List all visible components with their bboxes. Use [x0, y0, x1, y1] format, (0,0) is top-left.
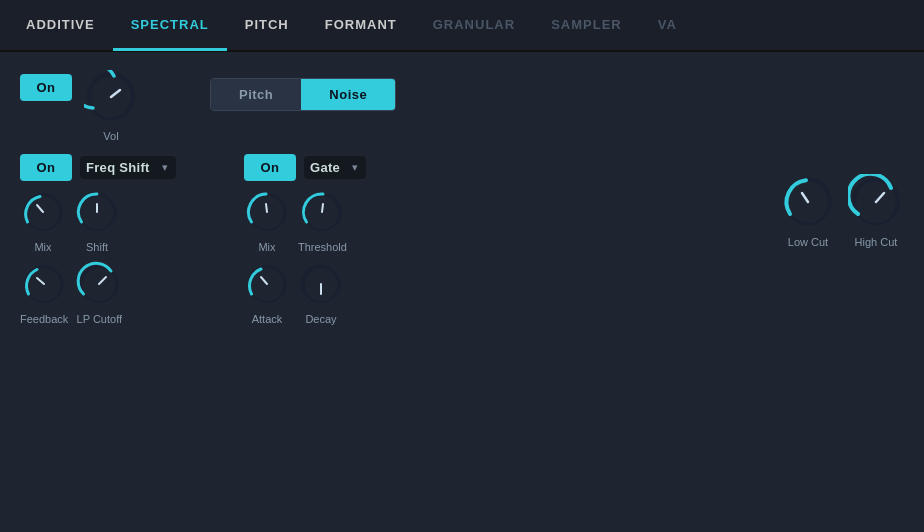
decay-knob[interactable] [298, 261, 344, 307]
mix2-knob-container: Mix [244, 189, 290, 253]
svg-line-10 [99, 277, 106, 284]
gate-section: On Gate ▾ Mix [244, 154, 464, 325]
high-cut-label: High Cut [855, 236, 898, 248]
threshold-label: Threshold [298, 241, 347, 253]
svg-line-8 [37, 278, 44, 284]
decay-label: Decay [305, 313, 336, 325]
on-button-main[interactable]: On [20, 74, 72, 101]
tab-granular[interactable]: GRANULAR [415, 1, 533, 51]
mix1-knob[interactable] [20, 189, 66, 235]
mix1-label: Mix [34, 241, 51, 253]
feedback-knob-container: Feedback [20, 261, 68, 325]
gate-knobs-row1: Mix Threshold [244, 189, 464, 253]
shift-knob[interactable] [74, 189, 120, 235]
feedback-knob[interactable] [21, 261, 67, 307]
vol-knob[interactable] [84, 70, 138, 124]
tab-additive[interactable]: ADDITIVE [8, 1, 113, 51]
gate-dropdown-group: Gate ▾ [304, 156, 366, 179]
low-cut-knob[interactable] [780, 174, 836, 230]
high-cut-knob[interactable] [848, 174, 904, 230]
tab-formant[interactable]: FORMANT [307, 1, 415, 51]
lp-cutoff-knob[interactable] [76, 261, 122, 307]
shift-knob-container: Shift [74, 189, 120, 253]
tab-va[interactable]: VA [640, 1, 695, 51]
on-button-gate[interactable]: On [244, 154, 296, 181]
vol-label: Vol [103, 130, 118, 142]
cut-knobs-row: Low Cut High Cut [780, 174, 904, 248]
low-cut-label: Low Cut [788, 236, 828, 248]
lp-cutoff-knob-container: LP Cutoff [76, 261, 122, 325]
threshold-knob-container: Threshold [298, 189, 347, 253]
svg-line-2 [111, 90, 120, 97]
main-content: On Vol Pitch Noise On [0, 52, 924, 335]
gate-knobs-row2: Attack Decay [244, 261, 464, 325]
svg-line-16 [261, 277, 267, 284]
pitch-button[interactable]: Pitch [211, 79, 301, 110]
decay-knob-container: Decay [298, 261, 344, 325]
attack-knob[interactable] [244, 261, 290, 307]
lp-cutoff-label: LP Cutoff [77, 313, 122, 325]
pitch-noise-toggle: Pitch Noise [210, 78, 396, 111]
on-button-freqshift[interactable]: On [20, 154, 72, 181]
freqshift-knobs-row2: Feedback LP Cutoff [20, 261, 230, 325]
controls-section: On Freq Shift ▾ Mix [20, 154, 904, 325]
freq-shift-dropdown-group: Freq Shift ▾ [80, 156, 176, 179]
attack-knob-container: Attack [244, 261, 290, 325]
mix2-knob[interactable] [244, 189, 290, 235]
tab-sampler[interactable]: SAMPLER [533, 1, 640, 51]
cut-section: Low Cut High Cut [780, 154, 904, 248]
svg-line-12 [266, 204, 267, 212]
svg-line-14 [322, 204, 323, 212]
svg-line-4 [37, 205, 43, 212]
gate-label[interactable]: Gate [310, 160, 344, 175]
svg-line-20 [802, 193, 808, 202]
noise-button[interactable]: Noise [301, 79, 395, 110]
freq-shift-chevron-icon[interactable]: ▾ [162, 161, 168, 174]
vol-knob-container: Vol [84, 70, 138, 142]
low-cut-knob-container: Low Cut [780, 174, 836, 248]
tab-bar: ADDITIVE SPECTRAL PITCH FORMANT GRANULAR… [0, 0, 924, 52]
svg-line-22 [876, 193, 884, 202]
gate-chevron-icon[interactable]: ▾ [352, 161, 358, 174]
freq-shift-label[interactable]: Freq Shift [86, 160, 154, 175]
attack-label: Attack [252, 313, 283, 325]
freqshift-knobs-row1: Mix Shift [20, 189, 230, 253]
tab-pitch[interactable]: PITCH [227, 1, 307, 51]
feedback-label: Feedback [20, 313, 68, 325]
mix1-knob-container: Mix [20, 189, 66, 253]
high-cut-knob-container: High Cut [848, 174, 904, 248]
freq-shift-section: On Freq Shift ▾ Mix [20, 154, 230, 325]
mix2-label: Mix [258, 241, 275, 253]
tab-spectral[interactable]: SPECTRAL [113, 1, 227, 51]
threshold-knob[interactable] [299, 189, 345, 235]
shift-label: Shift [86, 241, 108, 253]
